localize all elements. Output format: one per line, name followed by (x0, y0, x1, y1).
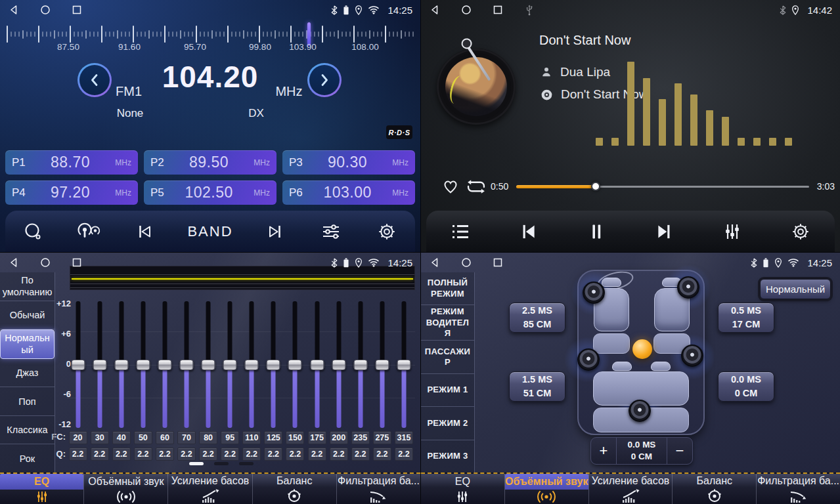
home-icon[interactable] (39, 4, 51, 16)
subwoofer-speaker-icon[interactable] (629, 400, 651, 422)
previous-track-icon[interactable] (515, 219, 541, 245)
gain-slider-thumb[interactable] (114, 360, 128, 370)
tab-bass-boost[interactable]: Усиление басов (589, 474, 673, 504)
fc-value-chip[interactable]: 110 (242, 431, 261, 444)
gain-slider-thumb[interactable] (158, 360, 171, 370)
tab-filter[interactable]: Фильтрация ба... (337, 474, 420, 504)
q-value-chip[interactable]: 2.2 (134, 448, 152, 461)
mode-item-5[interactable]: РЕЖИМ 2 (421, 407, 474, 440)
fc-value-chip[interactable]: 40 (112, 431, 131, 444)
eq-preset-7[interactable]: Рок (0, 444, 55, 472)
page-indicator[interactable] (189, 462, 254, 465)
preset-button-p4[interactable]: P497.20MHz (5, 180, 138, 205)
q-value-chip[interactable]: 2.2 (199, 448, 217, 461)
gain-slider-thumb[interactable] (375, 360, 389, 370)
tab-bass-boost[interactable]: Усиление басов (168, 474, 252, 504)
decrease-delay-button[interactable]: − (667, 438, 692, 464)
fc-value-chip[interactable]: 200 (330, 431, 348, 444)
surround-preset-button[interactable]: Нормальный (760, 279, 831, 299)
q-value-chip[interactable]: 2.2 (156, 448, 174, 461)
gain-slider-thumb[interactable] (397, 360, 410, 370)
next-track-icon[interactable] (652, 219, 678, 245)
gain-slider-thumb[interactable] (353, 360, 367, 370)
eq-settings-icon[interactable] (318, 219, 344, 245)
preset-button-p1[interactable]: P188.70MHz (5, 150, 138, 175)
front-right-delay-button[interactable]: 0.5 MS 17 CM (718, 303, 774, 333)
eq-preset-1[interactable]: По умолчанию (0, 272, 55, 301)
q-value-chip[interactable]: 2.2 (177, 448, 196, 461)
frequency-dial[interactable] (7, 25, 414, 43)
tune-down-button[interactable] (77, 63, 112, 97)
recents-icon[interactable] (71, 257, 83, 268)
preset-button-p3[interactable]: P390.30MHz (282, 150, 415, 175)
playlist-icon[interactable] (447, 219, 474, 245)
q-value-chip[interactable]: 2.2 (351, 448, 370, 461)
repeat-icon[interactable] (462, 173, 491, 200)
broadcast-button[interactable] (76, 219, 102, 245)
q-value-chip[interactable]: 2.2 (330, 448, 348, 461)
tune-up-button[interactable] (307, 63, 342, 97)
pause-icon[interactable] (583, 219, 609, 245)
gain-slider-thumb[interactable] (332, 360, 345, 370)
tab-surround-sound[interactable]: Объёмный звук (505, 474, 589, 504)
q-value-chip[interactable]: 2.2 (264, 448, 282, 461)
fc-value-chip[interactable]: 70 (177, 431, 196, 444)
q-value-chip[interactable]: 2.2 (308, 448, 326, 461)
gain-slider-thumb[interactable] (136, 360, 150, 370)
band-button[interactable]: BAND (187, 219, 232, 245)
rear-left-speaker-icon[interactable] (577, 348, 600, 371)
scan-button[interactable] (20, 219, 46, 245)
listening-position-marker[interactable] (632, 339, 652, 359)
fc-value-chip[interactable]: 50 (134, 431, 152, 444)
eq-preset-2[interactable]: Обычай (0, 301, 55, 330)
fc-value-chip[interactable]: 60 (156, 431, 174, 444)
fc-value-chip[interactable]: 150 (286, 431, 304, 444)
back-icon[interactable] (8, 257, 20, 268)
back-icon[interactable] (8, 4, 20, 16)
fc-value-chip[interactable]: 30 (91, 431, 109, 444)
eq-preset-4[interactable]: Джаз (0, 359, 55, 388)
eq-preset-6[interactable]: Классика (0, 416, 55, 445)
q-value-chip[interactable]: 2.2 (112, 448, 131, 461)
gain-slider-thumb[interactable] (288, 360, 302, 370)
tab-surround-sound[interactable]: Объёмный звук (84, 474, 168, 504)
back-icon[interactable] (429, 257, 441, 268)
tab-balance[interactable]: Баланс (673, 474, 757, 504)
previous-station-icon[interactable] (131, 219, 158, 245)
rear-left-delay-button[interactable]: 1.5 MS 51 CM (509, 371, 565, 402)
recents-icon[interactable] (492, 4, 504, 16)
gain-slider-thumb[interactable] (202, 360, 215, 370)
preset-button-p6[interactable]: P6103.00MHz (282, 180, 415, 205)
preset-button-p5[interactable]: P5102.50MHz (144, 180, 276, 205)
back-icon[interactable] (429, 4, 441, 16)
mode-item-6[interactable]: РЕЖИМ 3 (421, 440, 474, 472)
gain-slider-thumb[interactable] (245, 360, 259, 370)
gain-slider-thumb[interactable] (267, 360, 280, 370)
fc-value-chip[interactable]: 20 (69, 431, 87, 444)
tab-eq[interactable]: EQ (421, 474, 505, 504)
home-icon[interactable] (460, 257, 472, 268)
settings-gear-icon[interactable] (787, 219, 814, 245)
fc-value-chip[interactable]: 275 (373, 431, 391, 444)
tab-eq[interactable]: EQ (0, 474, 84, 504)
settings-gear-icon[interactable] (374, 219, 400, 245)
fc-value-chip[interactable]: 235 (351, 431, 370, 444)
home-icon[interactable] (39, 257, 51, 268)
tab-filter[interactable]: Фильтрация ба... (757, 474, 840, 504)
mode-item-1[interactable]: ПОЛНЫЙ РЕЖИМ (421, 272, 474, 305)
home-icon[interactable] (460, 4, 472, 16)
gain-slider-thumb[interactable] (223, 360, 237, 370)
rear-right-speaker-icon[interactable] (681, 345, 703, 367)
eq-preset-5[interactable]: Поп (0, 387, 55, 416)
mode-item-3[interactable]: ПАССАЖИР (421, 341, 474, 373)
fc-value-chip[interactable]: 175 (308, 431, 326, 444)
page-dash-2[interactable] (214, 462, 229, 465)
rear-right-delay-button[interactable]: 0.0 MS 0 CM (718, 371, 774, 402)
gain-slider-thumb[interactable] (180, 360, 194, 370)
q-value-chip[interactable]: 2.2 (91, 448, 109, 461)
recents-icon[interactable] (71, 4, 83, 16)
progress-thumb[interactable] (591, 182, 600, 191)
eq-sliders-icon[interactable] (719, 219, 745, 245)
gain-slider-thumb[interactable] (310, 360, 324, 370)
next-station-icon[interactable] (262, 219, 288, 245)
